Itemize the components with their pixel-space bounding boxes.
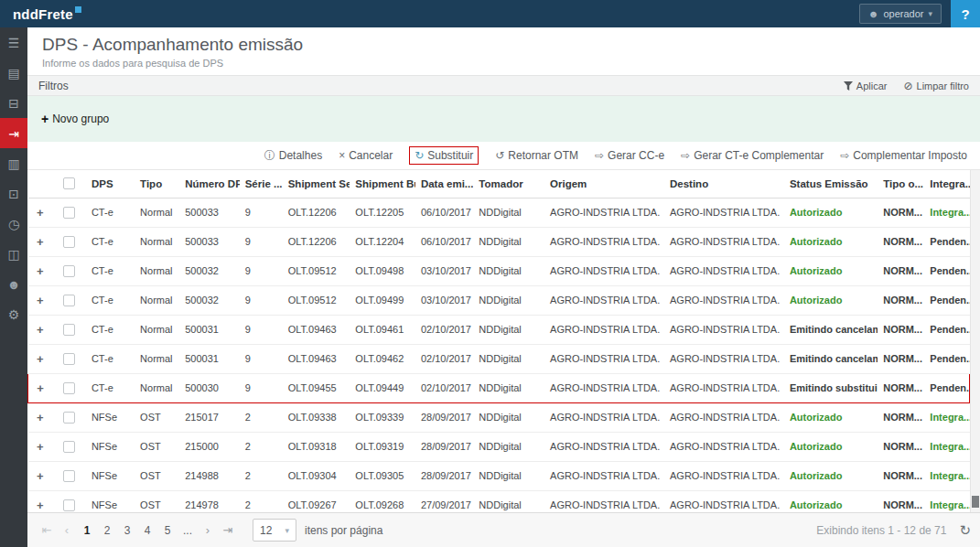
cell-tomador: NDDigital (473, 256, 544, 285)
table-row[interactable]: + CT-e Normal 500031 9 OLT.09463 OLT.094… (28, 315, 970, 344)
row-checkbox[interactable] (63, 382, 75, 394)
row-checkbox[interactable] (63, 265, 75, 277)
action-label: Complementar Imposto (853, 149, 967, 162)
expand-row-button[interactable]: + (37, 411, 44, 424)
cancel-icon: × (339, 149, 345, 162)
expand-row-button[interactable]: + (37, 499, 44, 512)
column-header[interactable]: DPS (86, 170, 135, 198)
sidebar-item-documents[interactable]: ▤ (0, 58, 27, 88)
column-header[interactable]: Tipo (135, 170, 179, 198)
sidebar-item-menu[interactable]: ☰ (0, 27, 27, 58)
first-page-button[interactable]: ⇤ (37, 520, 57, 542)
row-checkbox[interactable] (63, 470, 75, 482)
expand-row-button[interactable]: + (37, 206, 44, 220)
page-button-5[interactable]: 5 (157, 520, 178, 542)
pager: ⇤ ‹ 12345... › ⇥ 12 ▾ itens por página E… (27, 512, 980, 547)
column-header[interactable]: Data emi... (415, 170, 473, 198)
table-row[interactable]: + NFSe OST 214978 2 OLT.09267 OLT.09268 … (28, 490, 970, 512)
row-checkbox[interactable] (63, 207, 75, 219)
filter-builder-area: + Novo grupo (27, 96, 980, 142)
substituir-action[interactable]: ↻Substituir (409, 146, 479, 165)
cell-integracao: Integra... (924, 461, 969, 490)
cell-destino: AGRO-INDSTRIA LTDA. (664, 461, 784, 490)
row-checkbox[interactable] (63, 353, 75, 365)
cancelar-action[interactable]: ×Cancelar (339, 149, 393, 162)
row-checkbox[interactable] (63, 441, 75, 453)
expand-row-button[interactable]: + (37, 235, 44, 249)
sidebar-item-freight[interactable]: ⊟ (0, 88, 27, 118)
expand-row-button[interactable]: + (37, 294, 44, 307)
table-row[interactable]: + NFSe OST 215017 2 OLT.09338 OLT.09339 … (28, 402, 970, 432)
column-header[interactable]: Shipment Sell (283, 170, 350, 198)
cell-shipment-buy: OLT.09499 (350, 285, 415, 315)
help-button[interactable]: ? (951, 0, 980, 27)
sidebar-item-users[interactable]: ☻ (0, 269, 27, 299)
column-header[interactable]: Destino (664, 170, 784, 198)
cell-tipo-operacao: NORM... (878, 402, 924, 432)
column-header[interactable]: Série ... (240, 170, 283, 198)
column-header[interactable]: Status Emissão (784, 170, 878, 198)
last-page-button[interactable]: ⇥ (218, 520, 238, 542)
sidebar-item-reports[interactable]: ▥ (0, 148, 27, 178)
clear-filter-button[interactable]: ⊘ Limpar filtro (903, 80, 969, 92)
expand-row-button[interactable]: + (37, 440, 44, 454)
table-row[interactable]: + CT-e Normal 500033 9 OLT.12206 OLT.122… (28, 198, 970, 227)
expand-row-button[interactable]: + (37, 264, 44, 278)
column-header[interactable]: Tipo o... (878, 170, 924, 198)
cell-origem: AGRO-INDSTRIA LTDA. (544, 315, 664, 344)
cell-status-emissao: Autorizado (784, 285, 878, 315)
expand-row-button[interactable]: + (37, 352, 44, 366)
brand-text: nddFrete (13, 6, 73, 22)
gerar-cte-complementar-action[interactable]: ⇨Gerar CT-e Complementar (681, 149, 824, 162)
table-row[interactable]: + CT-e Normal 500033 9 OLT.12206 OLT.122… (28, 227, 970, 256)
expand-row-button[interactable]: + (37, 323, 44, 337)
page-button-2[interactable]: 2 (97, 520, 117, 542)
column-header[interactable]: Tomador (473, 170, 544, 198)
next-page-button[interactable]: › (198, 520, 218, 542)
sidebar-item-packages[interactable]: ◫ (0, 239, 27, 269)
row-checkbox[interactable] (63, 295, 75, 306)
gerar-cce-action[interactable]: ⇨Gerar CC-e (595, 149, 664, 162)
new-group-button[interactable]: + Novo grupo (41, 112, 109, 126)
table-row[interactable]: + NFSe OST 215000 2 OLT.09318 OLT.09319 … (28, 432, 970, 461)
table-row[interactable]: + CT-e Normal 500032 9 OLT.09512 OLT.094… (28, 285, 970, 315)
row-checkbox[interactable] (63, 236, 75, 248)
select-all-checkbox[interactable] (63, 177, 75, 189)
column-header[interactable]: Shipment Buy (350, 170, 415, 198)
cell-status-emissao: Autorizado (784, 490, 878, 512)
table-row[interactable]: + CT-e Normal 500030 9 OLT.09455 OLT.094… (28, 373, 970, 402)
prev-page-button[interactable]: ‹ (57, 520, 77, 542)
page-button-4[interactable]: 4 (137, 520, 157, 542)
vertical-scrollbar[interactable] (970, 170, 980, 512)
expand-row-button[interactable]: + (37, 469, 44, 483)
table-row[interactable]: + NFSe OST 214988 2 OLT.09304 OLT.09305 … (28, 461, 970, 490)
column-header[interactable]: Integra... (924, 170, 969, 198)
cell-dps: NFSe (86, 432, 135, 461)
refresh-icon[interactable]: ↻ (959, 522, 971, 539)
page-button-1[interactable]: 1 (77, 520, 97, 542)
cell-shipment-sell: OLT.09463 (283, 315, 350, 344)
cell-destino: AGRO-INDSTRIA LTDA. (664, 198, 784, 227)
table-row[interactable]: + CT-e Normal 500031 9 OLT.09463 OLT.094… (28, 344, 970, 373)
detalhes-action[interactable]: ⓘDetalhes (264, 148, 322, 164)
page-button-3[interactable]: 3 (117, 520, 137, 542)
row-checkbox[interactable] (63, 499, 75, 511)
scrollbar-thumb[interactable] (972, 496, 979, 508)
retornar-otm-action[interactable]: ↺Retornar OTM (495, 149, 578, 162)
sidebar-item-history[interactable]: ◷ (0, 209, 27, 239)
table-row[interactable]: + CT-e Normal 500032 9 OLT.09512 OLT.094… (28, 256, 970, 285)
page-button-[interactable]: ... (178, 520, 198, 542)
row-checkbox[interactable] (63, 412, 75, 424)
column-header[interactable]: Número DPS (179, 170, 239, 198)
expand-row-button[interactable]: + (37, 381, 44, 395)
complementar-imposto-action[interactable]: ⇨Complementar Imposto (840, 149, 967, 162)
sidebar-item-billing[interactable]: ⊡ (0, 178, 27, 209)
sidebar-item-settings[interactable]: ⚙ (0, 299, 27, 329)
cell-tipo-operacao: NORM... (878, 198, 924, 227)
user-menu-button[interactable]: ☻ operador ▾ (859, 4, 942, 24)
page-size-select[interactable]: 12 ▾ (253, 519, 296, 542)
apply-filter-button[interactable]: Aplicar (844, 80, 888, 92)
row-checkbox[interactable] (63, 324, 75, 336)
sidebar-item-emission[interactable]: ⇥ (0, 118, 27, 148)
column-header[interactable]: Origem (544, 170, 664, 198)
